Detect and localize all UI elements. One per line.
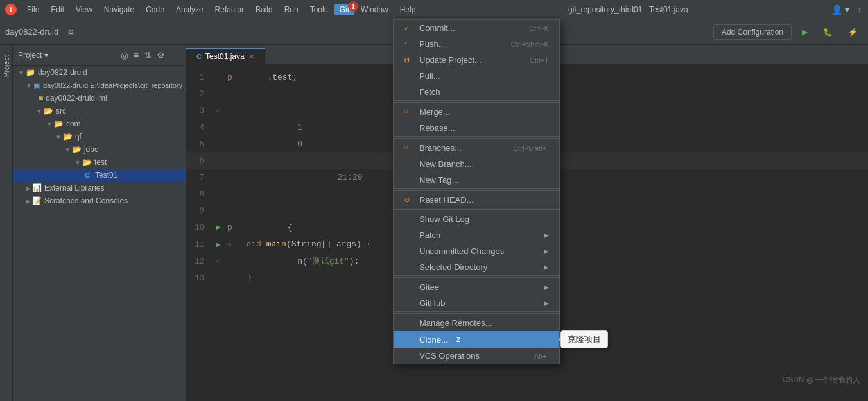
sidebar-settings-icon[interactable]: ⚙ <box>155 49 166 62</box>
menu-help[interactable]: Help <box>395 4 421 15</box>
reset-icon: ↺ <box>404 196 415 205</box>
tree-item-label: qf <box>75 132 82 141</box>
sidebar-header: Project ▾ ◎ ≡ ⇅ ⚙ — <box>13 45 186 66</box>
sidebar-close-icon[interactable]: — <box>169 49 180 62</box>
debug-button[interactable]: 🐛 <box>818 25 838 39</box>
tree-item-test[interactable]: ▼ 📂 test <box>13 156 186 169</box>
menu-item-uncommitted-changes[interactable]: Uncommitted Changes ▶ <box>394 243 559 259</box>
tree-item-src[interactable]: ▼ 📂 src <box>13 105 186 117</box>
menu-code[interactable]: Code <box>141 4 169 15</box>
expand-arrow: ▼ <box>18 69 24 76</box>
menu-window[interactable]: Window <box>356 4 394 15</box>
editor-tab-test01[interactable]: C Test01.java ✕ <box>186 48 265 64</box>
menu-item-update[interactable]: ↺ Update Project... Ctrl+T <box>394 52 559 68</box>
menu-edit[interactable]: Edit <box>46 4 69 15</box>
menu-item-commit[interactable]: ✓ Commit... Ctrl+K <box>394 20 559 36</box>
menu-item-pull[interactable]: Pull... <box>394 68 559 84</box>
tree-item-root[interactable]: ▼ 📁 day0822-druid <box>13 66 186 79</box>
menu-view[interactable]: View <box>71 4 98 15</box>
menu-navigate[interactable]: Navigate <box>99 4 139 15</box>
menu-item-rebase[interactable]: Rebase... <box>394 120 559 137</box>
line-number: 1 <box>186 69 212 86</box>
menu-item-manage-remotes[interactable]: Manage Remotes... <box>394 315 559 331</box>
run-arrow-icon[interactable]: ▶ <box>216 237 220 253</box>
sidebar-collapse-icon[interactable]: ≡ <box>132 49 140 62</box>
menu-item-branches[interactable]: ⑂ Branches... Ctrl+Shift+` <box>394 140 559 156</box>
menu-item-vcs-operations[interactable]: VCS Operations Alt+` <box>394 348 559 364</box>
tooltip-bubble: 克隆项目 <box>560 330 608 348</box>
line-number: 4 <box>186 119 212 136</box>
menu-item-gitee[interactable]: Gitee ▶ <box>394 279 559 295</box>
sidebar-sort-icon[interactable]: ⇅ <box>143 49 153 62</box>
menu-item-show-git-log[interactable]: Show Git Log <box>394 211 559 227</box>
line-number: 10 <box>186 219 212 236</box>
toolbar-settings[interactable]: ⚙ <box>62 25 80 39</box>
project-name: day0822-druid <box>5 27 58 37</box>
menu-tools[interactable]: Tools <box>305 4 333 15</box>
title-actions: 👤 ▾ ↑ <box>830 3 863 16</box>
menu-item-selected-directory[interactable]: Selected Directory ▶ <box>394 259 559 276</box>
menu-item-new-tag[interactable]: New Tag... <box>394 172 559 189</box>
menu-build[interactable]: Build <box>250 4 278 15</box>
menu-shortcut: Ctrl+K <box>519 24 549 32</box>
run-arrow-icon[interactable]: ▶ <box>216 219 220 236</box>
menu-item-label: New Branch... <box>419 159 472 169</box>
menu-refactor[interactable]: Refactor <box>210 4 249 15</box>
menu-item-push[interactable]: ↑ Push... Ctrl+Shift+K <box>394 36 559 52</box>
tree-item-qf[interactable]: ▼ 📂 qf <box>13 130 186 143</box>
line-number: 6 <box>186 153 212 169</box>
menu-item-merge[interactable]: ⑂ Merge... <box>394 104 559 120</box>
vcs-button[interactable]: ↑ <box>856 3 863 16</box>
menu-item-new-branch[interactable]: New Branch... <box>394 156 559 172</box>
line-number: 8 <box>186 186 212 203</box>
merge-icon: ⑂ <box>404 108 415 117</box>
line-number: 2 <box>186 86 212 103</box>
tree-item-external-libs[interactable]: ▶ 📊 External Libraries <box>13 182 186 194</box>
watermark: CSDN @一个很懒的人 <box>782 375 860 386</box>
vtab-project[interactable]: Project <box>1 50 12 82</box>
tree-item-module[interactable]: ▼ ▣ day0822-druid E:\IdeaProjects\git_re… <box>13 79 186 92</box>
tree-item-label: day0822-druid.iml <box>46 94 107 103</box>
menu-divider <box>394 190 559 191</box>
tree-item-iml[interactable]: ■ day0822-druid.iml <box>13 92 186 105</box>
menu-item-label: Push... <box>419 39 445 49</box>
tree-item-label: Scratches and Consoles <box>44 196 128 205</box>
menu-item-label: Patch <box>419 230 440 240</box>
test-folder-icon: 📂 <box>82 158 92 167</box>
sidebar-tab-label: Project ▾ <box>18 51 48 60</box>
menu-item-clone[interactable]: Clone... 2 克隆项目 <box>394 331 559 348</box>
line-gutter: ◁ <box>212 103 225 119</box>
menu-item-patch[interactable]: Patch ▶ <box>394 227 559 243</box>
menu-item-label: Manage Remotes... <box>419 318 492 328</box>
tree-item-test01[interactable]: C Test01 <box>13 169 186 182</box>
menu-item-label: Commit... <box>419 23 455 33</box>
profile-button[interactable]: 👤 ▾ <box>830 3 851 16</box>
tree-item-scratches[interactable]: ▶ 📝 Scratches and Consoles <box>13 194 186 207</box>
menu-item-label: VCS Operations <box>419 351 480 361</box>
run-button[interactable]: ▶ <box>797 25 813 39</box>
tab-close-icon[interactable]: ✕ <box>248 53 254 61</box>
line-number: 12 <box>186 253 212 270</box>
submenu-arrow-icon: ▶ <box>544 300 549 307</box>
expand-arrow: ▶ <box>26 198 31 205</box>
menu-git[interactable]: Git 1 <box>334 4 354 15</box>
menu-item-fetch[interactable]: Fetch <box>394 84 559 101</box>
sidebar-target-icon[interactable]: ◎ <box>119 49 130 62</box>
expand-arrow: ▼ <box>74 159 81 166</box>
menu-item-github[interactable]: GitHub ▶ <box>394 295 559 312</box>
submenu-arrow-icon: ▶ <box>544 284 549 291</box>
tree-item-com[interactable]: ▼ 📂 com <box>13 117 186 130</box>
menu-run[interactable]: Run <box>279 4 304 15</box>
menu-item-reset-head[interactable]: ↺ Reset HEAD... <box>394 192 559 208</box>
menu-shortcut: Ctrl+Shift+` <box>503 144 549 152</box>
menu-file[interactable]: File <box>22 4 44 15</box>
tree-item-label: test <box>94 158 107 167</box>
add-configuration-button[interactable]: Add Configuration <box>713 24 792 40</box>
git-dropdown-menu[interactable]: ✓ Commit... Ctrl+K ↑ Push... Ctrl+Shift+… <box>393 19 560 364</box>
tree-item-label: Test01 <box>95 171 117 180</box>
menu-analyze[interactable]: Analyze <box>171 4 209 15</box>
tree-item-jdbc[interactable]: ▼ 📂 jdbc <box>13 143 186 156</box>
push-icon: ↑ <box>404 40 415 49</box>
profile-run-button[interactable]: ⚡ <box>843 25 863 39</box>
menu-item-label: Clone... <box>419 335 448 345</box>
